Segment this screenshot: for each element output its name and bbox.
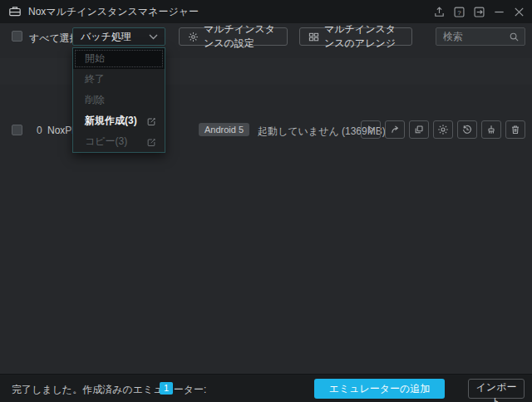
arrange-grid-icon [308,32,319,42]
start-instance-button[interactable] [361,120,381,139]
android-version-badge: Android 5 [199,123,249,136]
menu-item-new-create-label: 新規作成(3) [85,114,137,128]
titlebar-controls: ? [429,0,532,23]
menu-item-delete[interactable]: 削除 [73,90,165,110]
svg-text:?: ? [457,8,461,16]
import-button[interactable]: インポート [468,379,525,399]
chevron-down-icon [149,34,158,40]
batch-operation-select[interactable]: バッチ処理 [72,27,165,46]
restore-instance-button[interactable] [457,120,477,139]
batch-operation-menu: 開始 終了 削除 新規作成(3) コピー(3) [72,47,165,153]
cleanup-instance-button[interactable] [481,120,501,139]
menu-item-copy-label: コピー(3) [85,135,127,149]
instance-settings-button[interactable] [433,120,453,139]
statusbar: 完了しました。作成済みのエミュレーター: 1 エミュレーターの追加 インポート [0,374,532,402]
menu-item-delete-label: 削除 [85,93,105,107]
menu-item-start[interactable]: 開始 [73,48,165,69]
menu-item-stop[interactable]: 終了 [73,69,165,90]
copy-instance-button[interactable] [409,120,429,139]
menu-item-start-label: 開始 [85,51,105,66]
play-icon [365,124,377,135]
close-icon[interactable] [509,0,529,23]
window-title: Noxマルチインスタンスマネージャー [28,5,199,19]
batch-operation-value: バッチ処理 [81,30,131,44]
add-emulator-button[interactable]: エミュレーターの追加 [314,379,445,399]
search-icon [509,32,520,42]
create-shortcut-button[interactable] [385,120,405,139]
menu-item-copy[interactable]: コピー(3) [73,131,165,152]
copy-icon [413,124,425,135]
gear-icon [188,32,199,42]
multi-instance-arrange-label: マルチインスタンスのアレンジ [324,22,403,51]
menu-item-stop-label: 終了 [85,72,105,86]
multi-instance-settings-button[interactable]: マルチインスタンスの設定 [179,27,288,46]
edit-icon [146,116,156,126]
nox-multi-instance-manager-window: Noxマルチインスタンスマネージャー ? [0,0,532,402]
gear-icon [437,124,449,135]
multi-instance-arrange-button[interactable]: マルチインスタンスのアレンジ [299,27,412,46]
share-icon[interactable] [429,0,449,23]
search-input[interactable] [436,31,509,42]
edit-icon [146,137,156,147]
restore-icon [461,124,473,135]
delete-instance-button[interactable] [505,120,525,139]
row-actions [361,120,525,139]
titlebar: Noxマルチインスタンスマネージャー ? [0,0,532,23]
select-all-checkbox[interactable] [12,31,22,42]
help-icon[interactable]: ? [449,0,469,23]
menu-item-new-create[interactable]: 新規作成(3) [73,110,165,131]
multi-instance-settings-label: マルチインスタンスの設定 [204,22,278,51]
emulator-count-badge: 1 [160,382,173,395]
minimize-icon[interactable] [489,0,509,23]
app-drawer-icon [8,5,22,18]
search-box [436,27,525,46]
row-checkbox[interactable] [12,125,22,135]
trash-icon [510,124,521,135]
cleanup-icon [485,124,497,135]
row-index: 0 [37,125,42,136]
shortcut-icon [389,124,401,135]
exit-panel-icon[interactable] [469,0,489,23]
status-message: 完了しました。作成済みのエミュレーター: [12,383,206,397]
